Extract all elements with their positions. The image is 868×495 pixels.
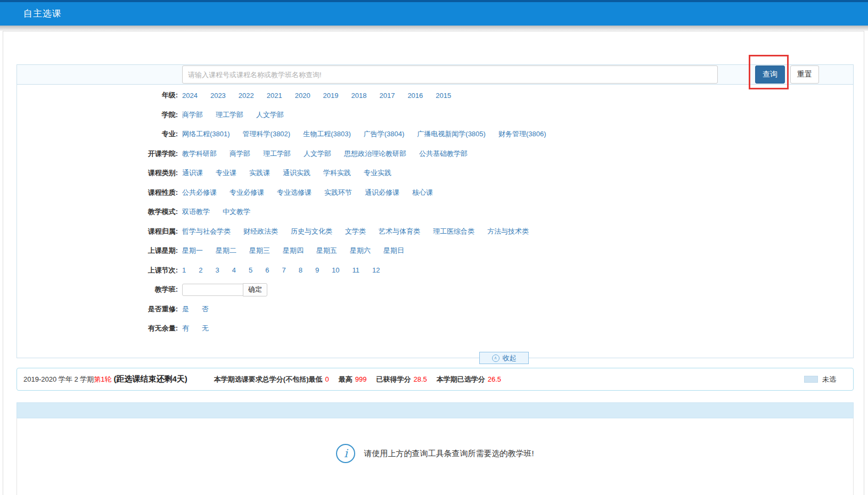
filter-option-college[interactable]: 人文学部: [256, 110, 284, 120]
filter-option-period[interactable]: 4: [232, 266, 236, 274]
filter-option-course-category[interactable]: 实践课: [249, 168, 270, 178]
page-title: 自主选课: [23, 2, 62, 26]
filter-option-period[interactable]: 12: [372, 266, 380, 274]
filter-option-grade[interactable]: 2024: [182, 92, 198, 100]
filter-option-course-category[interactable]: 通识实践: [283, 168, 310, 178]
filter-option-period[interactable]: 10: [332, 266, 339, 274]
filter-option-major[interactable]: 财务管理(3806): [498, 129, 546, 139]
filter-option-course-belong[interactable]: 文学类: [345, 227, 366, 236]
reset-button[interactable]: 重置: [790, 65, 819, 84]
filter-option-grade[interactable]: 2016: [407, 92, 423, 100]
empty-result-notice: i 请使用上方的查询工具条查询所需要选的教学班!: [336, 444, 534, 463]
search-input[interactable]: [182, 65, 718, 84]
filter-option-offering-college[interactable]: 理工学部: [263, 149, 291, 159]
filter-option-grade[interactable]: 2019: [323, 92, 339, 100]
filter-option-retake[interactable]: 是: [182, 304, 189, 314]
filter-row-college: 学院:商学部理工学部人文学部: [17, 105, 853, 125]
filter-option-grade[interactable]: 2021: [267, 92, 282, 100]
filter-option-offering-college[interactable]: 商学部: [230, 149, 250, 159]
min-credit-value: 0: [325, 375, 329, 383]
filter-option-period[interactable]: 1: [182, 266, 186, 274]
filter-option-weekday[interactable]: 星期五: [316, 246, 337, 255]
filter-option-major[interactable]: 广告学(3804): [364, 129, 405, 139]
filter-option-college[interactable]: 商学部: [182, 110, 203, 120]
teaching-class-controls: 确定: [182, 283, 267, 296]
query-button[interactable]: 查询: [755, 65, 785, 84]
filter-option-offering-college[interactable]: 教学科研部: [182, 149, 217, 159]
filter-label-college: 学院:: [17, 110, 182, 120]
filter-option-major[interactable]: 网络工程(3801): [182, 129, 230, 139]
filter-option-course-nature[interactable]: 专业选修课: [277, 188, 312, 197]
filter-label-course-category: 课程类别:: [17, 168, 182, 178]
filter-options-course-nature: 公共必修课专业必修课专业选修课实践环节通识必修课核心课: [182, 188, 433, 197]
filter-option-weekday[interactable]: 星期六: [350, 246, 371, 255]
filter-options-course-belong: 哲学与社会学类财经政法类历史与文化类文学类艺术与体育类理工医综合类方法与技术类: [182, 227, 529, 236]
filter-option-teaching-mode[interactable]: 双语教学: [182, 207, 210, 217]
filter-option-course-category[interactable]: 通识课: [182, 168, 203, 178]
filter-option-period[interactable]: 11: [353, 266, 360, 274]
filter-option-course-belong[interactable]: 历史与文化类: [291, 227, 332, 236]
filter-label-period: 上课节次:: [17, 266, 182, 275]
filter-label-weekday: 上课星期:: [17, 246, 182, 255]
filter-option-course-category[interactable]: 专业课: [216, 168, 236, 178]
filter-option-period[interactable]: 5: [249, 266, 252, 274]
filter-option-retake[interactable]: 否: [202, 304, 209, 314]
filter-option-course-belong[interactable]: 方法与技术类: [487, 227, 529, 236]
filter-option-period[interactable]: 3: [215, 266, 219, 274]
filter-option-weekday[interactable]: 星期三: [249, 246, 270, 255]
filter-option-offering-college[interactable]: 公共基础教学部: [419, 149, 468, 159]
filter-option-course-nature[interactable]: 公共必修课: [182, 188, 217, 197]
filter-option-grade[interactable]: 2022: [239, 92, 254, 100]
filter-option-period[interactable]: 2: [199, 266, 202, 274]
filter-label-offering-college: 开课学院:: [17, 149, 182, 159]
round-text: 第1轮: [94, 375, 111, 384]
filter-option-period[interactable]: 7: [282, 266, 285, 274]
filter-label-grade: 年级:: [17, 90, 182, 100]
result-list-panel: i 请使用上方的查询工具条查询所需要选的教学班!: [17, 402, 854, 495]
filter-option-weekday[interactable]: 星期四: [283, 246, 304, 255]
filter-option-course-nature[interactable]: 专业必修课: [230, 188, 264, 197]
filter-option-course-belong[interactable]: 哲学与社会学类: [182, 227, 231, 236]
filter-option-course-nature[interactable]: 实践环节: [324, 188, 352, 197]
filter-option-course-belong[interactable]: 理工医综合类: [433, 227, 474, 236]
filter-option-course-nature[interactable]: 通识必修课: [365, 188, 399, 197]
filter-option-course-belong[interactable]: 艺术与体育类: [379, 227, 420, 236]
filter-option-weekday[interactable]: 星期一: [182, 246, 203, 255]
filter-option-period[interactable]: 6: [265, 266, 269, 274]
filter-option-grade[interactable]: 2018: [351, 92, 367, 100]
filter-option-course-belong[interactable]: 财经政法类: [243, 227, 278, 236]
filter-option-offering-college[interactable]: 思想政治理论教研部: [344, 149, 406, 159]
filter-options-major: 网络工程(3801)管理科学(3802)生物工程(3803)广告学(3804)广…: [182, 129, 546, 139]
filter-option-teaching-mode[interactable]: 中文教学: [223, 207, 250, 217]
filter-option-course-nature[interactable]: 核心课: [412, 188, 433, 197]
filter-option-capacity[interactable]: 有: [182, 324, 189, 333]
filter-option-grade[interactable]: 2020: [295, 92, 310, 100]
legend-label: 未选: [822, 375, 836, 384]
teaching-class-input[interactable]: [182, 284, 243, 296]
filter-option-grade[interactable]: 2015: [436, 92, 451, 100]
filter-option-major[interactable]: 管理科学(3802): [243, 129, 291, 139]
filter-option-weekday[interactable]: 星期日: [383, 246, 404, 255]
filter-option-college[interactable]: 理工学部: [216, 110, 243, 120]
legend-not-selected: 未选: [804, 368, 836, 390]
filter-row-weekday: 上课星期:星期一星期二星期三星期四星期五星期六星期日: [17, 241, 853, 261]
filter-label-teaching-class: 教学班:: [17, 285, 182, 294]
filter-option-course-category[interactable]: 学科实践: [323, 168, 351, 178]
filter-option-capacity[interactable]: 无: [202, 324, 209, 333]
notice-message: 请使用上方的查询工具条查询所需要选的教学班!: [364, 449, 534, 459]
earned-credit-label: 已获得学分: [376, 375, 411, 384]
filter-label-teaching-mode: 教学模式:: [17, 207, 182, 217]
collapse-button[interactable]: ∧ 收起: [479, 352, 529, 364]
credit-requirement-label: 本学期选课要求总学分(不包括)最低: [214, 375, 323, 384]
filter-option-major[interactable]: 生物工程(3803): [303, 129, 351, 139]
filter-option-weekday[interactable]: 星期二: [216, 246, 236, 255]
filter-option-grade[interactable]: 2017: [379, 92, 395, 100]
teaching-class-confirm-button[interactable]: 确定: [243, 283, 267, 296]
filter-body: 年级:2024202320222021202020192018201720162…: [17, 85, 853, 339]
filter-option-offering-college[interactable]: 人文学部: [304, 149, 331, 159]
filter-option-major[interactable]: 广播电视新闻学(3805): [417, 129, 486, 139]
filter-option-period[interactable]: 9: [315, 266, 319, 274]
filter-option-period[interactable]: 8: [299, 266, 302, 274]
filter-option-grade[interactable]: 2023: [210, 92, 226, 100]
filter-option-course-category[interactable]: 专业实践: [364, 168, 391, 178]
